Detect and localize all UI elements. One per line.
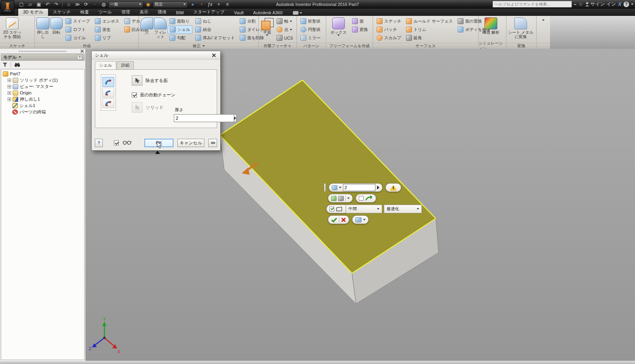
group-label-modify[interactable]: 修正 (139, 43, 258, 49)
sweep-button[interactable]: スイープ (64, 17, 92, 25)
home-view-icon[interactable]: ⌂ (65, 1, 73, 8)
measure-icon[interactable]: ◔ (197, 1, 205, 8)
coil-button[interactable]: コイル (64, 34, 92, 42)
style-combo[interactable]: 一般 (108, 1, 143, 8)
open-file-icon[interactable]: ▱ (26, 1, 34, 8)
filter-icon[interactable] (2, 62, 8, 67)
crosshair-icon[interactable]: + (215, 1, 223, 8)
send-feedback-icon[interactable]: ⌁ (574, 2, 577, 7)
rib-button[interactable]: リブ (93, 34, 121, 42)
thread-button[interactable]: ねじ (193, 17, 237, 25)
stress-analysis-button[interactable]: 構造 解析 (480, 17, 502, 34)
help-dropdown-icon[interactable] (631, 4, 633, 5)
help-search-input[interactable] (493, 1, 572, 8)
panel-grip[interactable] (0, 49, 85, 54)
tree-item-solid-bodies[interactable]: ソリッド ボディ(1) (3, 77, 84, 83)
globe-icon[interactable]: ◍ (100, 1, 108, 8)
freeform-convert-button[interactable]: 変換 (350, 25, 370, 34)
extrude-button[interactable]: 押し出し (37, 17, 49, 39)
mini-thickness-input[interactable] (343, 184, 375, 191)
chevron-down-icon[interactable] (339, 187, 341, 188)
warning-button[interactable] (385, 183, 401, 192)
render-icon[interactable]: ≫ (73, 1, 81, 8)
favorites-star-icon[interactable]: ☆ (579, 2, 583, 7)
sign-in-control[interactable]: サイン イン (585, 1, 616, 8)
remove-faces-select-button[interactable] (132, 75, 142, 86)
tab-3d-model[interactable]: 3D モデル (18, 8, 48, 16)
mirror-button[interactable]: ミラー (298, 34, 323, 42)
face-mode-icon[interactable] (338, 196, 344, 201)
direction-outside-button[interactable] (102, 88, 114, 98)
parameter-icon[interactable]: ◕ (189, 1, 196, 8)
fillet-button[interactable]: フィレット (154, 17, 167, 39)
ribbon-display-toggle[interactable] (293, 11, 302, 16)
direction-inside-button[interactable] (102, 77, 114, 87)
emboss-button[interactable]: エンボス (93, 17, 121, 25)
quality-dropdown[interactable]: 最適化 (384, 205, 422, 213)
tab-view[interactable]: 表示 (135, 8, 153, 16)
ucs-button[interactable]: UCS (275, 34, 295, 42)
freeform-face-button[interactable]: 面 (350, 17, 370, 25)
tree-item-part[interactable]: Part7 (3, 71, 84, 77)
browser-help-icon[interactable]: ? (77, 55, 82, 60)
expand-icon[interactable] (8, 98, 11, 101)
ribbon-overflow-icon[interactable] (542, 19, 545, 21)
expand-icon[interactable] (8, 79, 11, 82)
tab-tools[interactable]: ツール (94, 8, 117, 16)
plane-button[interactable]: 平面 (260, 17, 274, 36)
thickness-flyout-button[interactable] (234, 114, 237, 122)
termination-checkbox[interactable] (329, 207, 334, 211)
browser-header[interactable]: モデル ? (1, 54, 85, 61)
chamfer-button[interactable]: 面取り (167, 17, 192, 25)
cancel-x-icon[interactable] (341, 217, 346, 222)
circular-pattern-button[interactable]: 円形状 (298, 25, 323, 34)
panel-close-icon[interactable] (80, 49, 84, 53)
inventor-app-button[interactable]: PRO (1, 0, 14, 14)
search-binoculars-icon[interactable] (14, 62, 20, 67)
help-icon[interactable]: ? (623, 2, 629, 7)
tab-manage[interactable]: 管理 (116, 8, 135, 16)
direction-both-button[interactable] (102, 98, 114, 108)
undo-icon[interactable]: ↶ (44, 1, 52, 8)
cancel-button[interactable]: キャンセル (177, 139, 205, 147)
expand-icon[interactable] (8, 85, 11, 88)
axis-button[interactable]: 軸 (275, 17, 295, 25)
chevron-down-icon[interactable] (347, 197, 350, 199)
dialog-close-icon[interactable] (211, 52, 217, 58)
freeform-box-button[interactable]: ボックス (328, 17, 349, 36)
redo-icon[interactable]: ↷ (52, 1, 60, 8)
trim-button[interactable]: トリム (404, 25, 455, 34)
point-button[interactable]: 点 (275, 25, 295, 34)
tab-sketch[interactable]: スケッチ (48, 8, 75, 16)
dialog-titlebar[interactable]: シェル (92, 51, 220, 59)
option-checkbox[interactable] (359, 196, 364, 201)
dialog-help-button[interactable]: ? (95, 139, 103, 147)
material-combo[interactable]: 既定 (153, 1, 188, 8)
tab-environments[interactable]: 環境 (153, 8, 171, 16)
select-icon[interactable]: · (91, 1, 99, 8)
options-list-icon[interactable] (355, 217, 362, 222)
convert-to-sheetmetal-button[interactable]: シート メタル に変換 (508, 17, 533, 39)
more-options-button[interactable]: >> (208, 139, 217, 147)
shell-dialog[interactable]: シェル シェル 詳細 除去する面 (91, 51, 221, 151)
ruled-surface-button[interactable]: ルールド サーフェス (404, 17, 455, 25)
start-2d-sketch-button[interactable]: 2D スケッチを 開始 (2, 17, 23, 39)
tree-item-shell1[interactable]: シェル1 (3, 102, 84, 109)
ok-check-icon[interactable] (331, 217, 337, 222)
auto-chain-checkbox[interactable] (132, 92, 137, 98)
thicken-offset-button[interactable]: 厚み/ オフセット (193, 34, 237, 42)
tree-item-end-of-part[interactable]: パーツの終端 (3, 109, 84, 115)
mini-toolbar-grip[interactable] (324, 183, 326, 192)
loft-button[interactable]: ロフト (64, 25, 92, 34)
dialog-tab-shell[interactable]: シェル (95, 61, 116, 69)
tab-inspect[interactable]: 検査 (75, 8, 94, 16)
save-icon[interactable]: ▣ (35, 1, 43, 8)
rectangular-pattern-button[interactable]: 矩形状 (298, 17, 323, 25)
extend-button[interactable]: 延長 (404, 34, 455, 42)
update-icon[interactable]: ⟳ (82, 1, 90, 8)
color-wheel-icon[interactable]: ◉ (144, 1, 152, 8)
qat-customize-icon[interactable]: ≡ (223, 1, 231, 8)
chevron-down-icon[interactable] (363, 219, 366, 220)
tree-item-extrusion1[interactable]: 押し出し1 (3, 96, 84, 102)
tab-a360[interactable]: Autodesk A360 (248, 10, 287, 16)
